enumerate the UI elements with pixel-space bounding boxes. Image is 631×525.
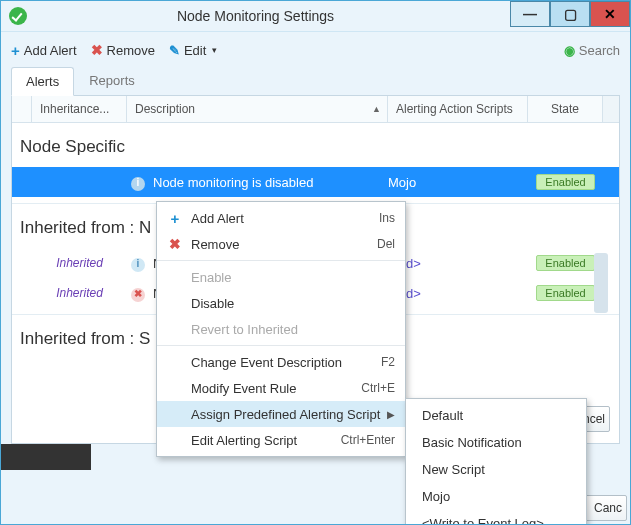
row-action-cut: rited> [388, 256, 528, 271]
background-strip [1, 444, 91, 470]
add-alert-button[interactable]: + Add Alert [11, 42, 77, 59]
row-action-cut: rited> [388, 286, 528, 301]
row-action: Mojo [388, 175, 528, 190]
state-badge: Enabled [536, 285, 594, 301]
sub-mojo[interactable]: Mojo [406, 483, 586, 510]
grid-header: Inheritance... Description ▲ Alerting Ac… [12, 96, 619, 123]
remove-button[interactable]: ✖ Remove [91, 42, 155, 58]
tab-alerts[interactable]: Alerts [11, 67, 74, 96]
maximize-button[interactable]: ▢ [550, 1, 590, 27]
window-controls: — ▢ ✕ [510, 1, 630, 27]
inherited-tag: Inherited [32, 256, 127, 270]
state-badge: Enabled [536, 174, 594, 190]
chevron-down-icon: ▾ [212, 45, 217, 55]
titlebar: Node Monitoring Settings — ▢ ✕ [1, 1, 630, 32]
cross-icon: ✖ [165, 236, 185, 252]
info-icon: i [131, 258, 145, 272]
sub-default[interactable]: Default [406, 402, 586, 429]
search-box[interactable]: ◉ Search [564, 43, 620, 58]
minimize-button[interactable]: — [510, 1, 550, 27]
ctx-assign-script[interactable]: Assign Predefined Alerting Script ▶ [157, 401, 405, 427]
inherited-tag: Inherited [32, 286, 127, 300]
edit-button[interactable]: ✎ Edit ▾ [169, 43, 217, 58]
plus-icon: + [11, 42, 20, 59]
assign-script-submenu: Default Basic Notification New Script Mo… [405, 398, 587, 525]
add-alert-label: Add Alert [24, 43, 77, 58]
col-state[interactable]: State [528, 96, 603, 122]
state-badge: Enabled [536, 255, 594, 271]
tab-strip: Alerts Reports [1, 66, 630, 95]
col-indicator[interactable] [12, 96, 32, 122]
remove-label: Remove [107, 43, 155, 58]
ctx-disable[interactable]: Disable [157, 290, 405, 316]
ctx-edit-script[interactable]: Edit Alerting Script Ctrl+Enter [157, 427, 405, 453]
ctx-remove[interactable]: ✖ Remove Del [157, 231, 405, 257]
search-icon: ◉ [564, 43, 575, 58]
ctx-modify-rule[interactable]: Modify Event Rule Ctrl+E [157, 375, 405, 401]
cross-icon: ✖ [91, 42, 103, 58]
section-node-specific: Node Specific [12, 123, 619, 167]
sort-asc-icon: ▲ [372, 104, 381, 114]
ctx-revert: Revert to Inherited [157, 316, 405, 342]
plus-icon: + [165, 210, 185, 227]
window-title: Node Monitoring Settings [1, 8, 510, 24]
edit-label: Edit [184, 43, 206, 58]
scrollbar-thumb[interactable] [594, 253, 608, 313]
search-placeholder: Search [579, 43, 620, 58]
toolbar: + Add Alert ✖ Remove ✎ Edit ▾ ◉ Search [1, 32, 630, 66]
context-menu: + Add Alert Ins ✖ Remove Del Enable Disa… [156, 201, 406, 457]
row-selected[interactable]: i Node monitoring is disabled Mojo Enabl… [12, 167, 619, 197]
col-scroll [603, 96, 619, 122]
tab-reports[interactable]: Reports [74, 66, 150, 95]
col-alerting-action[interactable]: Alerting Action Scripts [388, 96, 528, 122]
sub-basic-notification[interactable]: Basic Notification [406, 429, 586, 456]
sub-write-log[interactable]: <Write to Event Log> [406, 510, 586, 525]
ctx-add-alert[interactable]: + Add Alert Ins [157, 205, 405, 231]
ctx-enable: Enable [157, 264, 405, 290]
col-description[interactable]: Description ▲ [127, 96, 388, 122]
row-desc: Node monitoring is disabled [149, 175, 388, 190]
ctx-change-description[interactable]: Change Event Description F2 [157, 349, 405, 375]
close-button[interactable]: ✕ [590, 1, 630, 27]
col-inheritance[interactable]: Inheritance... [32, 96, 127, 122]
chevron-right-icon: ▶ [387, 409, 395, 420]
pencil-icon: ✎ [169, 43, 180, 58]
sub-new-script[interactable]: New Script [406, 456, 586, 483]
settings-window: Node Monitoring Settings — ▢ ✕ + Add Ale… [0, 0, 631, 525]
error-icon: ✖ [131, 288, 145, 302]
info-icon: i [131, 177, 145, 191]
